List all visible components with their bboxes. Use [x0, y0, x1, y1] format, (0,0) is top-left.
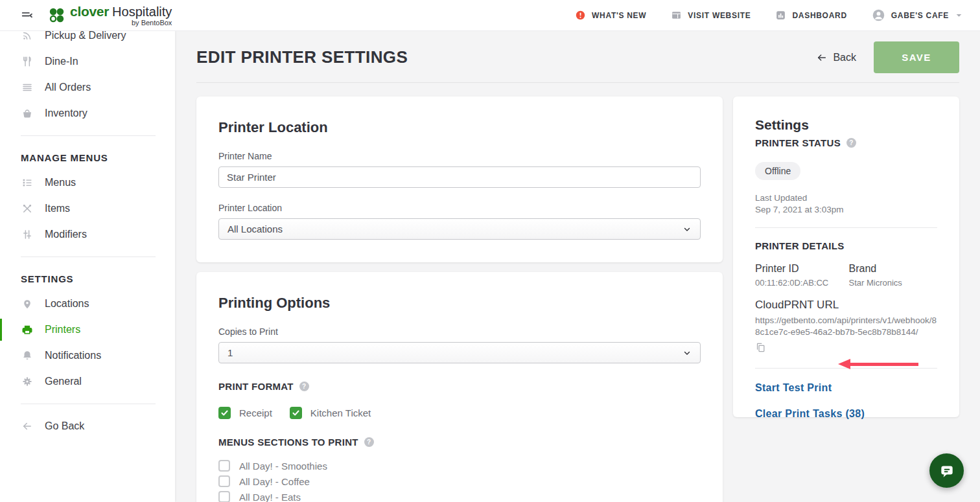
sidebar-item-menus[interactable]: Menus	[0, 170, 175, 196]
account-label: GABE'S CAFE	[891, 11, 949, 20]
chat-widget-button[interactable]	[929, 453, 964, 488]
help-icon[interactable]: ?	[364, 437, 374, 447]
sidebar-item-label: Dine-In	[45, 56, 78, 67]
print-format-label: PRINT FORMAT	[218, 381, 294, 392]
menu-sections-label: MENUS SECTIONS TO PRINT	[218, 437, 358, 448]
checkbox-label: All Day! - Coffee	[239, 476, 310, 487]
cloudprnt-url-label: CloudPRNT URL	[755, 299, 937, 312]
sidebar-item-label: All Orders	[45, 82, 91, 93]
start-test-print-link[interactable]: Start Test Print	[755, 382, 937, 394]
bar-chart-icon	[775, 10, 786, 21]
copy-icon[interactable]	[755, 342, 766, 353]
checkbox-label: Receipt	[239, 407, 272, 418]
panel-divider	[755, 227, 937, 228]
chevron-down-icon	[682, 348, 692, 358]
main-content: EDIT PRINTER SETTINGS Back SAVE Printer …	[175, 31, 980, 502]
top-header: clover Hospitality by BentoBox WHAT'S NE…	[0, 0, 980, 31]
gear-icon	[21, 376, 34, 387]
clear-print-tasks-link[interactable]: Clear Print Tasks (38)	[755, 408, 937, 420]
copies-to-print-value: 1	[228, 347, 233, 358]
sidebar-item-printers[interactable]: Printers	[0, 317, 175, 343]
menus-icon	[21, 177, 34, 188]
brand-name: clover	[70, 5, 109, 18]
sidebar-item-notifications[interactable]: Notifications	[0, 343, 175, 369]
chevron-down-icon	[682, 225, 692, 234]
sidebar-item-dine-in[interactable]: Dine-In	[0, 49, 175, 74]
brand-byline: by BentoBox	[70, 19, 172, 27]
checkbox-label: All Day! - Eats	[239, 492, 301, 502]
checkbox-empty-icon	[218, 491, 230, 502]
visit-website-label: VISIT WEBSITE	[688, 11, 751, 20]
help-icon[interactable]: ?	[846, 138, 856, 148]
sidebar-item-label: Go Back	[45, 420, 84, 432]
checkbox-empty-icon	[218, 475, 230, 487]
sidebar-item-label: Notifications	[45, 350, 101, 361]
sidebar-item-all-orders[interactable]: All Orders	[0, 74, 175, 100]
sidebar-item-label: Locations	[45, 298, 89, 310]
sidebar-item-inventory[interactable]: Inventory	[0, 100, 175, 126]
brand-suffix: Hospitality	[112, 5, 172, 18]
checkbox-kitchen-ticket[interactable]: Kitchen Ticket	[290, 407, 371, 419]
sidebar-item-label: General	[45, 376, 82, 387]
cloudprnt-url-value: https://getbento.com/api/printers/v1/web…	[755, 315, 937, 337]
save-button[interactable]: SAVE	[874, 41, 959, 73]
sidebar-item-label: Pickup & Delivery	[45, 31, 126, 41]
printer-details-label: PRINTER DETAILS	[755, 240, 845, 251]
back-button[interactable]: Back	[817, 52, 856, 63]
account-menu[interactable]: GABE'S CAFE	[872, 8, 963, 22]
settings-panel-title: Settings	[755, 117, 937, 133]
sidebar-item-pickup-delivery[interactable]: Pickup & Delivery	[0, 31, 175, 49]
header-nav: WHAT'S NEW VISIT WEBSITE DA	[575, 8, 963, 22]
sidebar-item-label: Menus	[45, 177, 76, 188]
sidebar-section-settings: SETTINGS	[0, 266, 175, 291]
help-icon[interactable]: ?	[299, 382, 309, 391]
sidebar-item-general[interactable]: General	[0, 369, 175, 394]
back-label: Back	[833, 52, 856, 63]
printer-location-select[interactable]: All Locations	[218, 218, 701, 240]
sidebar-item-items[interactable]: Items	[0, 196, 175, 222]
visit-website-button[interactable]: VISIT WEBSITE	[671, 10, 751, 21]
printer-location-label: Printer Location	[218, 203, 701, 213]
sidebar-item-label: Modifiers	[45, 229, 87, 240]
checkbox-menu-section[interactable]: All Day! - Smoothies	[218, 461, 701, 471]
printer-location-value: All Locations	[228, 223, 283, 234]
printer-name-input[interactable]	[218, 166, 701, 188]
orders-list-icon	[21, 82, 34, 93]
crossed-utensils-icon	[21, 203, 34, 214]
sidebar-item-modifiers[interactable]: Modifiers	[0, 222, 175, 247]
checkbox-menu-section[interactable]: All Day! - Coffee	[218, 476, 701, 486]
sidebar-item-label: Inventory	[45, 108, 88, 119]
sidebar-divider	[21, 404, 156, 404]
copies-to-print-label: Copies to Print	[218, 326, 701, 337]
sidebar-divider	[21, 135, 156, 136]
arrow-left-icon	[817, 52, 827, 63]
dashboard-button[interactable]: DASHBOARD	[775, 10, 846, 21]
checkbox-label: Kitchen Ticket	[310, 407, 371, 418]
sidebar-item-locations[interactable]: Locations	[0, 291, 175, 317]
settings-panel: Settings PRINTER STATUS ? Offline Last U…	[733, 97, 959, 417]
avatar-icon	[872, 8, 885, 22]
sidebar-section-manage-menus: MANAGE MENUS	[0, 145, 175, 170]
checkbox-receipt[interactable]: Receipt	[218, 407, 272, 419]
last-updated-label: Last Updated	[755, 192, 937, 204]
copies-to-print-select[interactable]: 1	[218, 342, 701, 363]
sidebar-go-back[interactable]: Go Back	[0, 413, 175, 439]
title-divider	[196, 82, 959, 83]
basket-icon	[21, 108, 34, 119]
sliders-icon	[21, 229, 34, 240]
printer-status-label: PRINTER STATUS	[755, 137, 841, 148]
clover-hospitality-logo[interactable]: clover Hospitality by BentoBox	[48, 5, 172, 27]
last-updated-value: Sep 7, 2021 at 3:03pm	[755, 204, 937, 216]
checkbox-empty-icon	[218, 460, 230, 472]
printer-id-label: Printer ID	[755, 263, 844, 275]
sidebar-item-label: Items	[45, 203, 70, 214]
clover-logo-icon	[48, 6, 65, 24]
printer-status-badge: Offline	[755, 162, 800, 180]
alert-seal-icon	[575, 10, 586, 21]
checkbox-menu-section[interactable]: All Day! - Eats	[218, 492, 701, 502]
checkbox-label: All Day! - Smoothies	[239, 461, 327, 472]
collapse-sidebar-icon[interactable]	[19, 7, 36, 24]
map-pin-icon	[21, 298, 34, 310]
whats-new-button[interactable]: WHAT'S NEW	[575, 10, 646, 21]
sidebar: Pickup & Delivery Dine-In All Orders	[0, 31, 175, 502]
